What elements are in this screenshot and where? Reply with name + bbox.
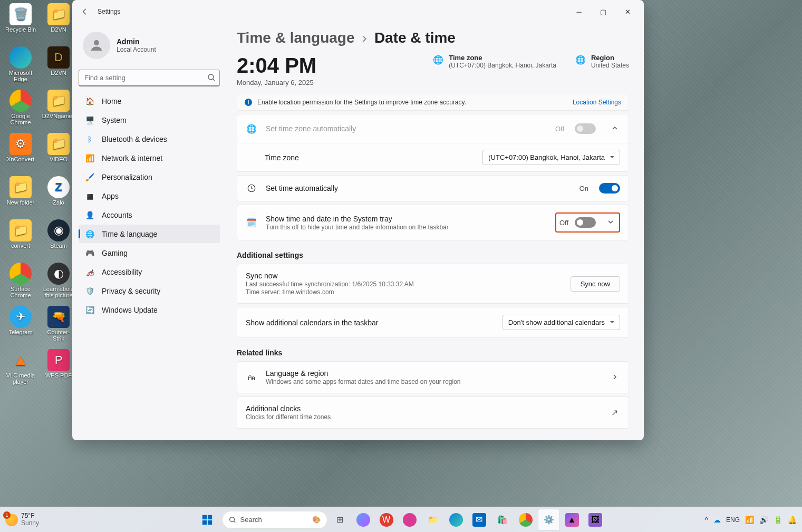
globe-icon: 🌐 bbox=[246, 124, 257, 134]
taskbar-app-4[interactable]: 🖼 bbox=[585, 509, 606, 530]
breadcrumb-parent[interactable]: Time & language bbox=[237, 30, 355, 46]
taskbar-copilot[interactable] bbox=[353, 509, 374, 530]
sync-server: Time server: time.windows.com bbox=[246, 288, 414, 296]
taskbar-store[interactable]: 🛍️ bbox=[492, 509, 513, 530]
breadcrumb: Time & language › Date & time bbox=[237, 30, 629, 46]
back-button[interactable] bbox=[76, 3, 93, 20]
additional-settings-title: Additional settings bbox=[237, 251, 629, 259]
desktop-icon-surface-chrome[interactable]: Surface Chrome bbox=[3, 260, 38, 304]
taskbar-app-2[interactable] bbox=[399, 509, 420, 530]
desktop-icon-learn-picture[interactable]: ◐Learn about this picture bbox=[41, 260, 76, 304]
tray-language[interactable]: ENG bbox=[726, 516, 740, 524]
accessibility-icon: 🦽 bbox=[85, 267, 94, 277]
folder-icon: 📁 bbox=[47, 90, 70, 112]
nav-gaming[interactable]: 🎮Gaming bbox=[79, 244, 220, 262]
desktop-icon-edge[interactable]: Microsoft Edge bbox=[3, 44, 38, 88]
clock-icon bbox=[246, 183, 257, 193]
personalization-icon: 🖌️ bbox=[85, 172, 94, 182]
taskbar-app-1[interactable]: W bbox=[376, 509, 397, 530]
desktop-icon-newfolder[interactable]: 📁New folder bbox=[3, 174, 38, 217]
desktop-icon-d2vn[interactable]: 📁D2VN bbox=[41, 1, 76, 44]
calendars-select[interactable]: Don't show additional calendars bbox=[503, 315, 620, 330]
current-time: 2:04 PM bbox=[237, 54, 316, 78]
avatar-icon bbox=[83, 32, 110, 59]
desktop-icon-steam[interactable]: ◉Steam bbox=[41, 217, 76, 260]
location-settings-link[interactable]: Location Settings bbox=[573, 99, 621, 106]
taskbar-app-3[interactable]: ▲ bbox=[562, 509, 583, 530]
desktop-icon-recycle-bin[interactable]: 🗑️Recycle Bin bbox=[3, 1, 38, 44]
nav-accounts[interactable]: 👤Accounts bbox=[79, 206, 220, 224]
tray-battery-icon[interactable]: 🔋 bbox=[774, 516, 782, 524]
location-banner: i Enable location permission for the Set… bbox=[237, 94, 629, 111]
current-date: Monday, January 6, 2025 bbox=[237, 79, 316, 86]
close-button[interactable]: ✕ bbox=[615, 3, 640, 20]
banner-text: Enable location permission for the Setti… bbox=[257, 99, 466, 106]
desktop-icon-d2vn-app[interactable]: DD2VN bbox=[41, 44, 76, 88]
open-external-icon: ↗ bbox=[609, 405, 620, 420]
desktop-icon-xnconvert[interactable]: ⚙XnConvert bbox=[3, 131, 38, 174]
weather-widget[interactable]: 1 75°FSunny bbox=[5, 512, 39, 526]
language-icon: 🗛 bbox=[246, 373, 257, 382]
nav-accessibility[interactable]: 🦽Accessibility bbox=[79, 263, 220, 281]
taskbar-settings[interactable]: ⚙️ bbox=[538, 509, 559, 530]
nav-time-language[interactable]: 🌐Time & language bbox=[79, 225, 220, 243]
start-button[interactable] bbox=[197, 509, 218, 530]
sync-now-button[interactable]: Sync now bbox=[571, 276, 620, 292]
highlighted-control: Off bbox=[555, 212, 620, 233]
tray-overflow[interactable]: ^ bbox=[704, 516, 708, 524]
nav-bluetooth[interactable]: ᛒBluetooth & devices bbox=[79, 130, 220, 148]
tray-volume-icon[interactable]: 🔊 bbox=[759, 516, 768, 524]
update-icon: 🔄 bbox=[85, 305, 94, 315]
nav-privacy[interactable]: 🛡️Privacy & security bbox=[79, 282, 220, 300]
desktop-icon-zalo[interactable]: ZZalo bbox=[41, 174, 76, 217]
expand-button[interactable] bbox=[605, 216, 616, 229]
additional-clocks-link[interactable]: Additional clocks Clocks for different t… bbox=[237, 396, 629, 429]
minimize-button[interactable]: ─ bbox=[567, 3, 591, 20]
taskbar-outlook[interactable]: ✉ bbox=[469, 509, 490, 530]
profile-section[interactable]: Admin Local Account bbox=[79, 23, 220, 67]
weather-icon: 1 bbox=[5, 514, 18, 526]
svg-rect-6 bbox=[207, 520, 211, 524]
desktop-icon-counterstrike[interactable]: 🔫Counter-Strik bbox=[41, 304, 76, 347]
desktop-icon-vlc[interactable]: ▲VLC media player bbox=[3, 347, 38, 390]
system-tray: ^ ☁ ENG 📶 🔊 🔋 🔔 bbox=[704, 516, 797, 524]
search-input[interactable] bbox=[79, 70, 220, 86]
folder-icon: 📁 bbox=[9, 219, 32, 241]
taskbar-chrome[interactable] bbox=[515, 509, 536, 530]
nav-update[interactable]: 🔄Windows Update bbox=[79, 301, 220, 319]
sync-last: Last successful time synchronization: 1/… bbox=[246, 280, 414, 288]
taskbar-explorer[interactable]: 📁 bbox=[422, 509, 443, 530]
svg-point-7 bbox=[229, 517, 234, 521]
desktop-icon-convert[interactable]: 📁convert bbox=[3, 217, 38, 260]
nav-home[interactable]: 🏠Home bbox=[79, 92, 220, 110]
desktop-icon-chrome[interactable]: Google Chrome bbox=[3, 88, 38, 131]
nav-network[interactable]: 📶Network & internet bbox=[79, 149, 220, 167]
nav-system[interactable]: 🖥️System bbox=[79, 111, 220, 129]
desktop-icon-wps-pdf[interactable]: PWPS PDF bbox=[41, 347, 76, 390]
taskbar-center: Search🎨 ⊞ W 📁 ✉ 🛍️ ⚙️ ▲ 🖼 bbox=[197, 509, 606, 530]
tray-notifications-icon[interactable]: 🔔 bbox=[788, 516, 797, 524]
desktop-icon-d2vngames[interactable]: 📁D2VNgames bbox=[41, 88, 76, 131]
store-icon: 🛍️ bbox=[496, 513, 509, 527]
nav-apps[interactable]: ▦Apps bbox=[79, 187, 220, 205]
language-region-link[interactable]: 🗛 Language & region Windows and some app… bbox=[237, 361, 629, 393]
taskbar-edge[interactable] bbox=[446, 509, 467, 530]
timezone-select[interactable]: (UTC+07:00) Bangkok, Hanoi, Jakarta bbox=[482, 150, 620, 165]
app-icon: ▲ bbox=[565, 513, 579, 527]
tray-onedrive-icon[interactable]: ☁ bbox=[713, 516, 721, 524]
task-view-button[interactable]: ⊞ bbox=[330, 509, 351, 530]
home-icon: 🏠 bbox=[85, 96, 94, 106]
desktop-icon-telegram[interactable]: ✈Telegram bbox=[3, 304, 38, 347]
gear-icon: ⚙️ bbox=[542, 513, 556, 527]
maximize-button[interactable]: ▢ bbox=[591, 3, 615, 20]
tray-time-toggle[interactable] bbox=[575, 217, 596, 228]
tray-time-sub: Turn this off to hide your time and date… bbox=[266, 224, 449, 231]
auto-time-toggle[interactable] bbox=[599, 183, 620, 194]
vlc-icon: ▲ bbox=[9, 349, 32, 371]
taskbar-search[interactable]: Search🎨 bbox=[222, 511, 327, 529]
nav-personalization[interactable]: 🖌️Personalization bbox=[79, 168, 220, 186]
tray-wifi-icon[interactable]: 📶 bbox=[745, 516, 754, 524]
auto-timezone-toggle bbox=[575, 123, 596, 134]
collapse-button[interactable] bbox=[610, 122, 620, 136]
desktop-icon-video[interactable]: 📁VIDEO bbox=[41, 131, 76, 174]
